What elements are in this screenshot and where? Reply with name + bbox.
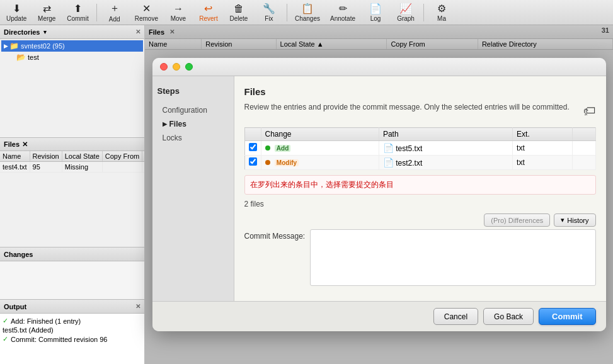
history-label: History (567, 217, 588, 224)
add-icon: ＋ (110, 2, 120, 15)
toolbar-commit-btn[interactable]: ⬆ Commit (63, 1, 92, 24)
file-icon: 📄 (383, 157, 394, 168)
toolbar-sep-2 (287, 4, 287, 21)
dir-item-test[interactable]: 📂 test (1, 52, 143, 63)
files-count: 2 files (244, 200, 596, 208)
commit-message-area (310, 229, 595, 286)
table-row[interactable]: test4.txt 95 Missing (0, 162, 144, 173)
ma-icon: ⚙ (437, 3, 446, 14)
toolbar-merge-btn[interactable]: ⇄ Merge (33, 1, 60, 24)
modal-files-table: Change Path Ext. Add 📄 te (244, 127, 596, 170)
revert-label: Revert (199, 15, 217, 22)
modal-table-row[interactable]: Modify 📄 test2.txt txt (244, 156, 595, 170)
col-relative-dir[interactable]: Relative Directory (142, 151, 144, 162)
warning-text: 在罗列出来的条目中，选择需要提交的条目 (244, 175, 596, 195)
col-revision[interactable]: Revision (30, 151, 62, 162)
modal-body: Steps Configuration ▶ Files Locks (152, 76, 606, 301)
row-checkbox-cell[interactable] (244, 156, 261, 170)
toolbar-fix-btn[interactable]: 🔧 Fix (255, 1, 283, 24)
step-configuration[interactable]: Configuration (158, 103, 229, 117)
directories-close-icon[interactable]: ✕ (135, 28, 140, 35)
modal-table-row[interactable]: Add 📄 test5.txt txt (244, 141, 595, 156)
row-checkbox[interactable] (249, 143, 257, 151)
add-label: Add (109, 16, 120, 23)
differences-history-row: (Pro) Differences ▾ History (244, 213, 596, 227)
toolbar-move-btn[interactable]: → Move (164, 1, 192, 24)
directories-label: Directories (4, 28, 40, 36)
description-icon: 🏷 (583, 102, 596, 120)
row-checkbox[interactable] (249, 157, 257, 166)
toolbar-update-btn[interactable]: ⬇ Update (3, 1, 30, 24)
col-change[interactable]: Change (261, 128, 379, 141)
step-files-arrow: ▶ (163, 121, 167, 127)
col-name[interactable]: Name (0, 151, 30, 162)
output-item-text: Commit: Committed revision 96 (11, 336, 107, 343)
modal-overlay: Steps Configuration ▶ Files Locks (145, 25, 613, 364)
cancel-button[interactable]: Cancel (433, 308, 478, 325)
changes-label: Changes (4, 251, 33, 258)
row-extra (572, 141, 595, 156)
toolbar-add-btn[interactable]: ＋ Add (101, 1, 129, 24)
toolbar: ⬇ Update ⇄ Merge ⬆ Commit ＋ Add ✕ Remove… (0, 0, 613, 25)
subfolder-icon: 📂 (16, 53, 26, 62)
row-checkbox-cell[interactable] (244, 141, 261, 156)
toolbar-log-btn[interactable]: 📄 Log (362, 1, 389, 24)
graph-label: Graph (397, 15, 415, 22)
col-checkbox (244, 128, 261, 141)
toolbar-annotate-btn[interactable]: ✏ Annotate (326, 1, 359, 24)
output-item: ✓Commit: Committed revision 96 (3, 334, 142, 344)
dir-item-svntest02[interactable]: ▶ 📁 svntest02 (95) (1, 40, 143, 52)
commit-message-textarea[interactable] (310, 229, 595, 286)
output-check-icon: ✓ (3, 317, 8, 325)
annotate-icon: ✏ (339, 3, 347, 14)
modal-footer: Cancel Go Back Commit (152, 301, 606, 331)
log-label: Log (370, 15, 381, 22)
step-files[interactable]: ▶ Files (158, 117, 229, 131)
col-copy-from[interactable]: Copy From (102, 151, 142, 162)
update-icon: ⬇ (13, 3, 21, 14)
traffic-light-maximize[interactable] (185, 63, 193, 71)
col-ext[interactable]: Ext. (513, 128, 573, 141)
toolbar-delete-btn[interactable]: 🗑 Delete (225, 1, 253, 24)
commit-button[interactable]: Commit (539, 308, 595, 325)
output-close-icon[interactable]: ✕ (135, 303, 140, 310)
modal-table-header-row: Change Path Ext. (244, 128, 595, 141)
right-panel: Files ✕ 31 Name Revision Local State ▲ C… (145, 25, 613, 364)
main-area: Directories ▾ ✕ ▶ 📁 svntest02 (95) 📂 tes… (0, 25, 613, 364)
toolbar-remove-btn[interactable]: ✕ Remove (131, 1, 162, 24)
graph-icon: 📈 (399, 3, 412, 14)
directories-dropdown-icon[interactable]: ▾ (43, 29, 47, 35)
step-locks[interactable]: Locks (158, 131, 229, 145)
col-path[interactable]: Path (379, 128, 512, 141)
steps-title: Steps (158, 86, 229, 96)
modal-titlebar (152, 58, 606, 76)
output-header: Output ✕ (0, 300, 144, 314)
traffic-light-minimize[interactable] (173, 63, 180, 71)
row-path: 📄 test5.txt (379, 141, 512, 156)
modal-dialog: Steps Configuration ▶ Files Locks (152, 58, 606, 331)
output-area: Output ✕ ✓Add: Finished (1 entry)test5.t… (0, 299, 144, 364)
files-close-icon[interactable]: ✕ (22, 140, 28, 149)
toolbar-sep-3 (423, 4, 424, 21)
col-local-state[interactable]: Local State (62, 151, 102, 162)
traffic-light-close[interactable] (160, 63, 168, 71)
modal-section-title: Files (244, 86, 596, 97)
toolbar-graph-btn[interactable]: 📈 Graph (392, 1, 420, 24)
cell-copy-from (102, 162, 142, 173)
step-configuration-label: Configuration (163, 106, 207, 115)
toolbar-revert-btn[interactable]: ↩ Revert (195, 1, 222, 24)
cell-name: test4.txt (0, 162, 30, 173)
changes-textarea[interactable] (3, 264, 142, 295)
change-badge: Add (275, 145, 290, 152)
toolbar-changes-btn[interactable]: 📋 Changes (291, 1, 324, 24)
update-label: Update (6, 15, 26, 22)
go-back-button[interactable]: Go Back (483, 308, 534, 325)
toolbar-sep-1 (96, 4, 97, 21)
toolbar-ma-btn[interactable]: ⚙ Ma (428, 1, 455, 24)
modal-description: Review the entries and provide the commi… (244, 102, 596, 120)
pro-differences-button[interactable]: (Pro) Differences (484, 213, 550, 227)
output-content: ✓Add: Finished (1 entry)test5.txt (Added… (0, 314, 144, 364)
history-button[interactable]: ▾ History (554, 213, 595, 227)
folder-icon: 📁 (9, 42, 19, 50)
left-panel: Directories ▾ ✕ ▶ 📁 svntest02 (95) 📂 tes… (0, 25, 145, 364)
